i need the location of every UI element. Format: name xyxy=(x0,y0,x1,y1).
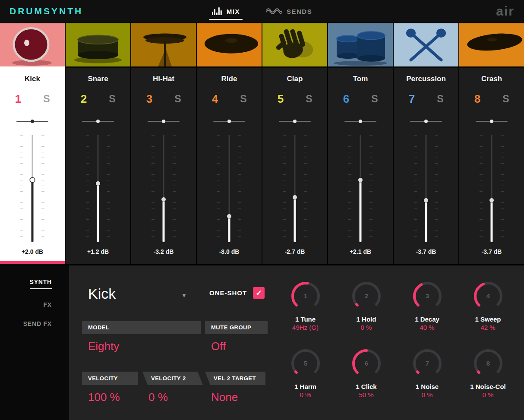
knob[interactable]: 6 1 Click 50 % xyxy=(336,347,397,398)
fader-track-area[interactable] xyxy=(94,135,102,242)
knob-dial[interactable]: 1 xyxy=(290,280,322,312)
volume-fader[interactable] xyxy=(414,135,438,242)
solo-button[interactable]: S xyxy=(300,93,318,105)
fader-handle[interactable] xyxy=(424,198,428,202)
channel-strip[interactable]: Ride 4 S -8.0 dB xyxy=(197,23,262,264)
volume-fader[interactable] xyxy=(86,135,110,242)
instrument-title[interactable]: Kick xyxy=(88,285,116,302)
pan-slider[interactable] xyxy=(16,120,48,123)
one-shot-checkbox[interactable]: ✓ xyxy=(253,287,265,299)
knob[interactable]: 1 1 Tune 49Hz (G) xyxy=(275,280,336,331)
fader-handle[interactable] xyxy=(161,197,166,202)
fader-ticks-left xyxy=(152,135,155,242)
tab-sends[interactable]: SENDS xyxy=(263,0,315,22)
solo-button[interactable]: S xyxy=(235,93,252,105)
sidebar-item-fx[interactable]: FX xyxy=(44,301,52,308)
solo-button[interactable]: S xyxy=(169,93,186,105)
tab-mix[interactable]: MIX xyxy=(209,0,243,22)
channel-thumbnail[interactable] xyxy=(328,23,393,68)
knob[interactable]: 4 1 Sweep 42 % xyxy=(458,280,518,331)
channel-strip[interactable]: Crash 8 S -3.7 dB xyxy=(459,23,524,264)
mute-group-value[interactable]: Off xyxy=(211,340,226,353)
fader-track-area[interactable] xyxy=(488,135,496,242)
fader-track-area[interactable] xyxy=(160,135,167,242)
pan-handle[interactable] xyxy=(31,120,34,123)
sidebar-item-synth[interactable]: SYNTH xyxy=(30,278,52,289)
knob-dial[interactable]: 8 xyxy=(472,347,504,379)
knob-label: 1 Hold xyxy=(357,316,376,323)
solo-button[interactable]: S xyxy=(366,93,383,105)
fader-handle[interactable] xyxy=(293,195,297,199)
knob[interactable]: 7 1 Noise 0 % xyxy=(397,347,458,398)
channel-strip[interactable]: Snare 2 S +1.2 dB xyxy=(66,23,130,264)
pan-handle[interactable] xyxy=(424,120,428,123)
channel-number-row: 3 S xyxy=(131,92,196,106)
channel-thumbnail[interactable] xyxy=(459,23,524,68)
knob-dial[interactable]: 3 xyxy=(411,280,443,312)
pan-slider[interactable] xyxy=(82,120,114,123)
knob[interactable]: 8 1 Noise-Col 0 % xyxy=(458,347,518,398)
model-field-label: MODEL xyxy=(82,321,201,334)
knob-dial[interactable]: 5 xyxy=(290,347,322,379)
fader-track-area[interactable] xyxy=(357,135,364,242)
velocity2-value[interactable]: 0 % xyxy=(148,391,168,404)
channel-name: Ride xyxy=(197,75,262,83)
fader-handle[interactable] xyxy=(96,181,100,186)
fader-track-area[interactable] xyxy=(28,135,36,242)
fader-track-area[interactable] xyxy=(291,135,299,242)
pan-slider[interactable] xyxy=(344,120,376,123)
velocity-value[interactable]: 100 % xyxy=(88,391,120,404)
pan-slider[interactable] xyxy=(476,120,508,123)
volume-fader[interactable] xyxy=(348,135,372,242)
channel-strip[interactable]: Tom 6 S +2.1 dB xyxy=(328,23,393,264)
chevron-down-icon[interactable]: ▼ xyxy=(181,292,187,299)
sidebar-item-send-fx[interactable]: SEND FX xyxy=(23,320,52,327)
model-value[interactable]: Eighty xyxy=(88,340,119,353)
pan-slider[interactable] xyxy=(279,120,311,123)
pan-slider[interactable] xyxy=(148,120,180,123)
channel-strip[interactable]: Hi-Hat 3 S -3.2 dB xyxy=(131,23,196,264)
knob[interactable]: 2 1 Hold 0 % xyxy=(336,280,397,331)
solo-button[interactable]: S xyxy=(38,93,55,105)
channel-strip[interactable]: Clap 5 S -2.7 dB xyxy=(262,23,327,264)
vel2-target-value[interactable]: None xyxy=(211,391,238,404)
volume-fader[interactable] xyxy=(217,135,241,242)
pan-handle[interactable] xyxy=(162,120,165,123)
fader-handle[interactable] xyxy=(489,198,494,202)
pan-handle[interactable] xyxy=(359,120,362,123)
channel-thumbnail[interactable] xyxy=(0,23,65,68)
pan-handle[interactable] xyxy=(227,120,231,123)
channel-number: 6 xyxy=(338,92,355,106)
fader-track-area[interactable] xyxy=(225,135,233,242)
knob-dial[interactable]: 2 xyxy=(350,280,382,312)
knob[interactable]: 5 1 Harm 0 % xyxy=(275,347,336,398)
solo-button[interactable]: S xyxy=(432,93,449,105)
pan-handle[interactable] xyxy=(96,120,100,123)
channel-thumbnail[interactable] xyxy=(262,23,327,68)
pan-slider[interactable] xyxy=(213,120,245,123)
knob-dial[interactable]: 7 xyxy=(411,347,443,379)
pan-slider[interactable] xyxy=(410,120,442,123)
fader-track-area[interactable] xyxy=(422,135,430,242)
fader-handle[interactable] xyxy=(30,178,35,182)
volume-fader[interactable] xyxy=(283,135,307,242)
volume-fader[interactable] xyxy=(480,135,504,242)
knob[interactable]: 3 1 Decay 40 % xyxy=(397,280,458,331)
solo-button[interactable]: S xyxy=(497,93,515,105)
pan-handle[interactable] xyxy=(490,120,493,123)
channel-thumbnail[interactable] xyxy=(394,23,458,68)
fader-handle[interactable] xyxy=(358,178,363,182)
channel-thumbnail[interactable] xyxy=(197,23,262,68)
volume-fader[interactable] xyxy=(20,135,44,242)
knob-dial[interactable]: 4 xyxy=(472,280,504,312)
channel-thumbnail[interactable] xyxy=(131,23,196,68)
volume-fader[interactable] xyxy=(152,135,176,242)
channel-strip[interactable]: Percussion 7 S -3.7 dB xyxy=(394,23,458,264)
solo-button[interactable]: S xyxy=(104,93,121,105)
knob-dial[interactable]: 6 xyxy=(350,347,382,379)
channel-strip[interactable]: Kick 1 S +2.0 dB xyxy=(0,23,65,264)
channel-number-row: 5 S xyxy=(262,92,327,106)
pan-handle[interactable] xyxy=(293,120,297,123)
channel-thumbnail[interactable] xyxy=(66,23,130,68)
fader-handle[interactable] xyxy=(227,214,231,218)
